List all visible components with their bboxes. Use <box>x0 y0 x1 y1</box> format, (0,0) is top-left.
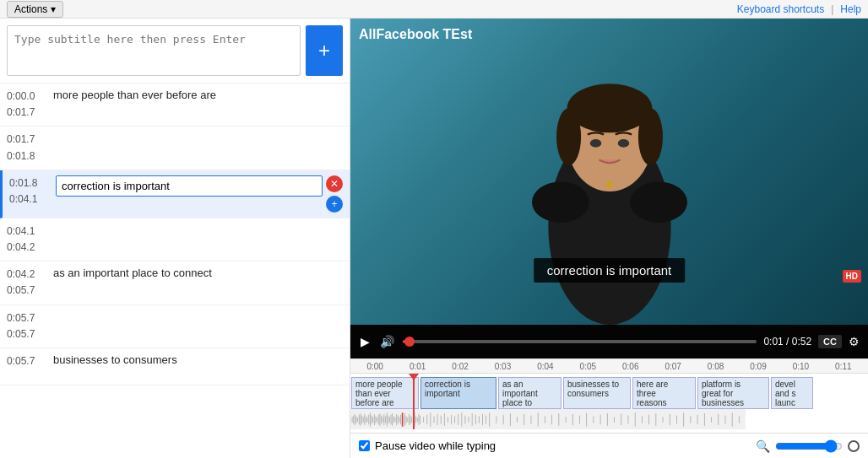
svg-rect-81 <box>489 412 490 426</box>
svg-point-10 <box>617 139 629 148</box>
svg-rect-18 <box>360 413 361 426</box>
subtitle-text: businesses to consumers <box>53 353 343 366</box>
svg-rect-104 <box>648 415 649 425</box>
svg-rect-113 <box>711 417 712 423</box>
svg-rect-29 <box>376 416 377 423</box>
svg-rect-105 <box>655 413 656 426</box>
svg-rect-76 <box>472 413 473 426</box>
timeline-segment[interactable]: devel and s launc <box>771 377 813 409</box>
svg-rect-44 <box>396 414 397 425</box>
svg-rect-32 <box>379 413 380 426</box>
timeline-section: 0:00 0:01 0:02 0:03 0:04 0:05 0:06 0:07 … <box>350 358 868 433</box>
pause-label[interactable]: Pause video while typing <box>375 439 496 452</box>
svg-rect-49 <box>403 416 404 424</box>
svg-rect-95 <box>586 412 587 426</box>
actions-button[interactable]: Actions ▾ <box>7 1 63 18</box>
active-subtitle-input[interactable] <box>56 175 323 197</box>
progress-bar[interactable] <box>403 340 757 343</box>
top-bar-left: Actions ▾ <box>7 1 63 18</box>
subtitle-input[interactable] <box>7 25 301 76</box>
volume-button[interactable]: 🔊 <box>378 333 396 350</box>
svg-rect-45 <box>398 416 399 424</box>
add-below-button[interactable]: + <box>326 196 343 213</box>
keyboard-shortcuts-link[interactable]: Keyboard shortcuts <box>737 3 824 15</box>
subtitle-item[interactable]: 0:05.7 businesses to consumers <box>0 348 350 385</box>
svg-rect-13 <box>353 416 354 424</box>
main-content: + 0:00.0 0:01.7 more people than ever be… <box>0 19 868 458</box>
subtitle-item-active[interactable]: 0:01.8 0:04.1 ✕ + <box>0 170 350 218</box>
person-silhouette <box>517 63 703 325</box>
svg-rect-66 <box>437 414 438 425</box>
svg-rect-107 <box>670 414 670 425</box>
delete-subtitle-button[interactable]: ✕ <box>326 175 343 192</box>
zoom-out-icon: 🔍 <box>756 439 770 453</box>
svg-point-8 <box>606 181 613 188</box>
cc-button[interactable]: CC <box>818 335 842 348</box>
timeline-tracks: more people than ever before are correct… <box>350 374 868 433</box>
svg-rect-103 <box>642 416 643 423</box>
timeline-segment[interactable]: more people than ever before are <box>351 377 419 409</box>
zoom-slider[interactable] <box>775 439 843 453</box>
video-title: AllFacebook TEst <box>359 27 472 42</box>
time-range: 0:04.2 0:05.7 <box>7 267 53 299</box>
time-range: 0:01.8 0:04.1 <box>9 175 56 207</box>
ruler-mark: 0:07 <box>652 362 694 371</box>
svg-rect-55 <box>411 417 412 423</box>
timeline-segment-active[interactable]: correction is important <box>420 377 496 409</box>
ruler-mark: 0:01 <box>396 362 438 371</box>
subtitle-item[interactable]: 0:04.1 0:04.2 <box>0 218 350 261</box>
svg-rect-78 <box>479 416 480 423</box>
svg-point-6 <box>531 181 589 222</box>
top-bar: Actions ▾ Keyboard shortcuts | Help <box>0 0 868 19</box>
svg-rect-34 <box>382 417 383 423</box>
time-range: 0:05.7 0:05.7 <box>7 310 53 342</box>
timeline-ruler: 0:00 0:01 0:02 0:03 0:04 0:05 0:06 0:07 … <box>350 358 868 374</box>
svg-rect-15 <box>356 416 357 423</box>
svg-rect-99 <box>614 417 615 423</box>
svg-rect-94 <box>579 416 580 424</box>
svg-rect-59 <box>417 418 418 422</box>
subtitle-item[interactable]: 0:04.2 0:05.7 as an important place to c… <box>0 261 350 304</box>
timeline-segment[interactable]: platform is great for businesses <box>697 377 769 409</box>
video-controls: ▶ 🔊 0:01 / 0:52 CC ⚙ <box>350 325 868 358</box>
svg-rect-36 <box>385 416 386 423</box>
pause-checkbox[interactable] <box>359 440 370 451</box>
svg-rect-88 <box>538 412 539 426</box>
svg-rect-54 <box>410 416 411 424</box>
svg-rect-69 <box>448 417 448 423</box>
subtitle-item[interactable]: 0:01.7 0:01.8 <box>0 127 350 170</box>
svg-rect-100 <box>621 414 621 425</box>
svg-rect-79 <box>482 414 483 425</box>
svg-rect-51 <box>406 416 407 423</box>
separator: | <box>831 3 833 15</box>
svg-rect-33 <box>381 416 382 424</box>
progress-handle <box>404 337 415 347</box>
play-button[interactable]: ▶ <box>359 333 372 350</box>
svg-rect-48 <box>402 412 404 426</box>
help-link[interactable]: Help <box>840 3 861 15</box>
active-subtitle-actions: ✕ + <box>326 175 343 213</box>
svg-rect-50 <box>404 413 405 426</box>
timeline-segment[interactable]: as an important place to <box>498 377 561 409</box>
svg-rect-56 <box>413 415 414 425</box>
settings-button[interactable]: ⚙ <box>849 335 860 348</box>
add-subtitle-button[interactable]: + <box>306 25 343 76</box>
svg-rect-19 <box>361 416 362 424</box>
subtitle-item[interactable]: 0:05.7 0:05.7 <box>0 305 350 348</box>
svg-rect-84 <box>510 413 511 426</box>
subtitle-item[interactable]: 0:00.0 0:01.7 more people than ever befo… <box>0 84 350 127</box>
top-bar-right: Keyboard shortcuts | Help <box>737 3 861 15</box>
svg-rect-86 <box>524 414 524 425</box>
time-range: 0:01.7 0:01.8 <box>7 132 53 164</box>
subtitle-text: as an important place to connect <box>53 267 343 279</box>
svg-rect-77 <box>475 415 476 425</box>
video-container: AllFacebook TEst <box>350 19 868 325</box>
svg-rect-83 <box>503 415 504 425</box>
timeline-segment[interactable]: here are three reasons <box>632 377 696 409</box>
timeline-segment[interactable]: businesses to consumers <box>563 377 631 409</box>
svg-rect-42 <box>393 416 394 423</box>
svg-rect-110 <box>690 416 691 423</box>
subtitle-text: more people than ever before are <box>53 89 343 101</box>
svg-rect-64 <box>430 412 431 426</box>
svg-rect-30 <box>377 418 377 422</box>
